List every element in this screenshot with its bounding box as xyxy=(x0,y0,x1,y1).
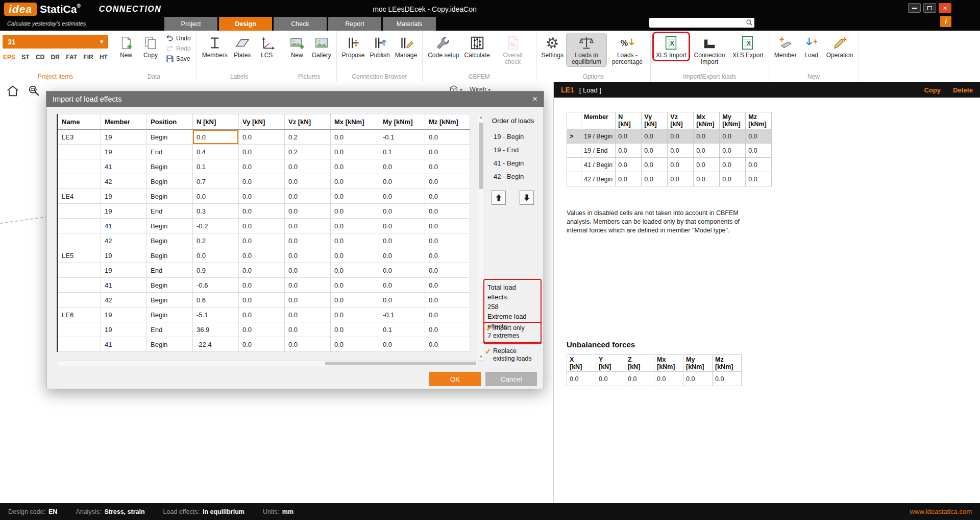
import-table-cell[interactable]: 42 xyxy=(101,233,147,248)
import-table-cell[interactable]: 0.0 xyxy=(379,248,425,263)
import-table-cell[interactable] xyxy=(58,159,101,174)
tab-check[interactable]: Check xyxy=(274,17,327,31)
import-table-cell[interactable]: 0.7 xyxy=(193,174,239,189)
ribbon-button-undo[interactable]: Undo xyxy=(166,34,191,42)
import-table-cell[interactable]: Begin xyxy=(147,130,193,145)
load-table-value-cell[interactable]: 0.0 xyxy=(746,129,772,144)
import-table-cell[interactable]: -0.1 xyxy=(379,130,425,145)
ribbon-button-gallery[interactable]: Gallery xyxy=(310,33,333,60)
ribbon-button-plates[interactable]: Plates xyxy=(231,33,254,60)
load-table-member-cell[interactable]: 41 / Begin xyxy=(581,158,616,172)
import-table-cell[interactable]: End xyxy=(147,322,193,337)
ribbon-button-save[interactable]: Save xyxy=(166,54,191,63)
ribbon-button-loads-percentage[interactable]: %Loads - percentage xyxy=(607,33,647,66)
load-table-value-cell[interactable]: 0.0 xyxy=(616,172,642,186)
load-table-value-cell[interactable]: 0.0 xyxy=(616,129,642,144)
ribbon-button-member[interactable]: Member xyxy=(772,33,799,60)
load-table-value-cell[interactable]: 0.0 xyxy=(720,172,746,186)
import-table-cell[interactable] xyxy=(58,337,101,352)
import-table-cell[interactable]: 0.0 xyxy=(285,248,331,263)
project-item-tab-ht[interactable]: HT xyxy=(100,54,108,61)
load-table-value-cell[interactable]: 0.0 xyxy=(694,144,720,158)
tab-materials[interactable]: Materials xyxy=(383,17,436,31)
import-table-cell[interactable]: 0.0 xyxy=(331,204,379,219)
load-table-value-cell[interactable]: 0.0 xyxy=(746,144,772,158)
dialog-titlebar[interactable]: Import of load effects × xyxy=(46,91,544,107)
minimize-button[interactable] xyxy=(908,3,921,13)
load-table-value-cell[interactable]: 0.0 xyxy=(642,144,668,158)
import-table-cell[interactable]: 0.0 xyxy=(425,337,470,352)
import-table-cell[interactable]: 0.0 xyxy=(425,174,470,189)
import-table-cell[interactable]: 0.0 xyxy=(379,219,425,233)
import-table-cell[interactable]: Begin xyxy=(147,233,193,248)
import-table-cell[interactable]: End xyxy=(147,204,193,219)
import-table-cell[interactable]: 0.0 xyxy=(239,219,285,233)
import-table-cell[interactable]: Begin xyxy=(147,174,193,189)
import-table-cell[interactable]: 0.0 xyxy=(285,219,331,233)
import-table-cell[interactable]: 41 xyxy=(101,219,147,233)
load-table-value-cell[interactable]: 0.0 xyxy=(720,158,746,172)
order-item-19-end[interactable]: 19 - End xyxy=(494,144,542,157)
import-table-cell[interactable]: 0.0 xyxy=(331,145,379,159)
import-table-cell[interactable] xyxy=(58,278,101,293)
import-table-cell[interactable]: 0.1 xyxy=(379,322,425,337)
load-table-value-cell[interactable]: 0.0 xyxy=(720,144,746,158)
import-table-cell[interactable]: Begin xyxy=(147,248,193,263)
website-link[interactable]: www.ideastatica.com xyxy=(910,508,972,515)
ribbon-button-xls-export[interactable]: XXLS Export xyxy=(730,33,766,60)
import-table-cell[interactable]: 41 xyxy=(101,159,147,174)
import-table-cell[interactable]: 0.0 xyxy=(239,204,285,219)
tab-report[interactable]: Report xyxy=(328,17,381,31)
ribbon-button-lcs[interactable]: LCS xyxy=(255,33,279,60)
import-table-cell[interactable]: Begin xyxy=(147,278,193,293)
import-table-cell[interactable]: 0.0 xyxy=(379,337,425,352)
import-table-cell[interactable]: 41 xyxy=(101,278,147,293)
import-table-cell[interactable]: 19 xyxy=(101,263,147,278)
import-table-cell[interactable]: 0.0 xyxy=(239,337,285,352)
import-table-cell[interactable] xyxy=(58,263,101,278)
import-table-cell[interactable]: 42 xyxy=(101,174,147,189)
import-table-cell[interactable]: 0.0 xyxy=(331,308,379,322)
import-table-cell[interactable]: 0.0 xyxy=(425,248,470,263)
order-item-41-begin[interactable]: 41 - Begin xyxy=(494,157,542,170)
import-table-cell[interactable]: 0.0 xyxy=(331,233,379,248)
project-item-tab-dr[interactable]: DR xyxy=(51,54,60,61)
move-down-button[interactable] xyxy=(520,191,534,205)
import-table-cell[interactable]: 0.2 xyxy=(285,145,331,159)
import-table-cell[interactable]: -22.4 xyxy=(193,337,239,352)
import-table-cell[interactable]: 41 xyxy=(101,337,147,352)
import-table-cell[interactable]: 0.0 xyxy=(379,293,425,308)
import-table-cell[interactable]: 0.6 xyxy=(193,293,239,308)
replace-existing-loads-checkbox[interactable]: Replace existing loads xyxy=(483,346,542,365)
import-table-cell[interactable]: -5.1 xyxy=(193,308,239,322)
scroll-up-icon[interactable]: ▲ xyxy=(478,114,484,121)
row-selector-cell[interactable]: > xyxy=(567,129,581,144)
import-table-cell[interactable]: 0.0 xyxy=(331,337,379,352)
zoom-window-button[interactable] xyxy=(28,84,41,98)
import-table-cell[interactable]: 0.2 xyxy=(285,130,331,145)
search-box[interactable] xyxy=(649,18,754,28)
import-table-cell[interactable] xyxy=(58,204,101,219)
tab-design[interactable]: Design xyxy=(219,17,272,31)
import-table-cell[interactable]: 0.0 xyxy=(331,293,379,308)
row-selector-cell[interactable] xyxy=(567,172,581,186)
import-table-cell[interactable]: 0.0 xyxy=(379,189,425,204)
ribbon-button-new[interactable]: New xyxy=(285,33,309,60)
import-table-cell[interactable]: 0.0 xyxy=(285,233,331,248)
import-table-cell[interactable]: 0.0 xyxy=(425,130,470,145)
import-table-cell[interactable] xyxy=(58,145,101,159)
load-table-value-cell[interactable]: 0.0 xyxy=(642,129,668,144)
import-table-cell[interactable]: 0.0 xyxy=(379,233,425,248)
row-selector-cell[interactable] xyxy=(567,158,581,172)
move-up-button[interactable] xyxy=(492,191,506,205)
copy-load-button[interactable]: Copy xyxy=(924,86,941,94)
import-table-cell[interactable]: 0.0 xyxy=(425,263,470,278)
import-table-cell[interactable]: LE3 xyxy=(58,130,101,145)
vertical-scroll-thumb[interactable] xyxy=(479,123,483,189)
import-table-cell[interactable]: 0.0 xyxy=(379,278,425,293)
load-table-member-cell[interactable]: 19 / End xyxy=(581,144,616,158)
order-item-19-begin[interactable]: 19 - Begin xyxy=(494,130,542,144)
import-table-cell[interactable]: 0.0 xyxy=(425,278,470,293)
import-table-cell[interactable]: Begin xyxy=(147,219,193,233)
import-table-cell[interactable]: 0.0 xyxy=(193,189,239,204)
